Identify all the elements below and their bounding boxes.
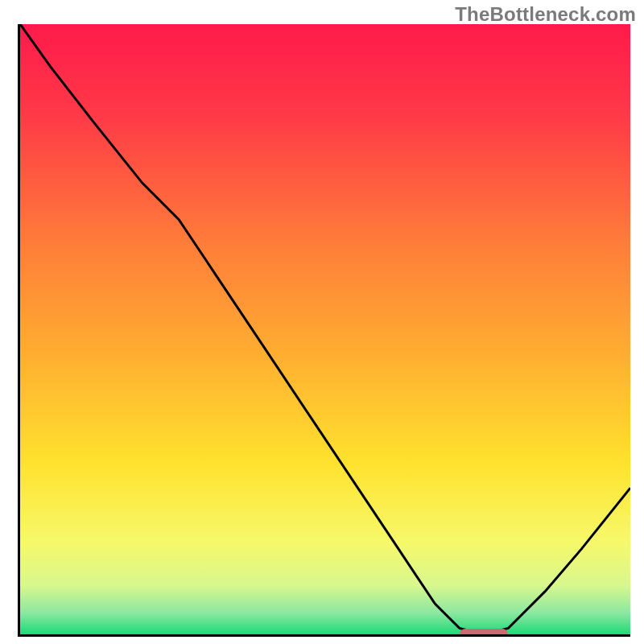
optimal-range-marker xyxy=(460,629,509,637)
watermark-text: TheBottleneck.com xyxy=(455,3,636,26)
bottleneck-curve xyxy=(20,24,630,634)
plot-area xyxy=(18,24,630,637)
curve-path xyxy=(20,24,630,634)
chart-container: TheBottleneck.com xyxy=(0,0,644,644)
